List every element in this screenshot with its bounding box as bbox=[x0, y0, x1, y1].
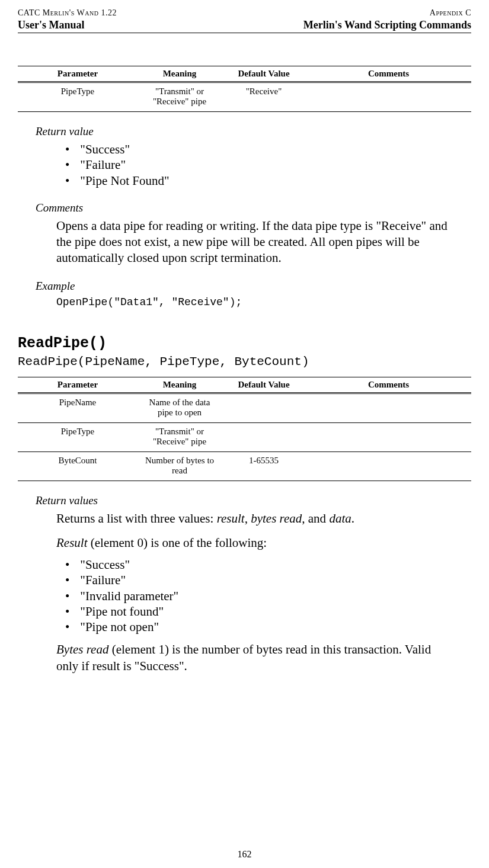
heading-return-values: Return values bbox=[36, 494, 471, 507]
cell-default: "Receive" bbox=[222, 82, 306, 112]
list-item-label: "Success" bbox=[80, 142, 130, 157]
list-item-label: "Pipe not found" bbox=[80, 604, 164, 619]
list-item-label: "Failure" bbox=[80, 572, 126, 588]
page-header: CATC Merlin's Wand 1.22 Appendix C User'… bbox=[18, 8, 471, 33]
heading-comments: Comments bbox=[36, 201, 471, 214]
parameter-table-openpipe: Parameter Meaning Default Value Comments… bbox=[18, 66, 471, 112]
text-segment: . bbox=[351, 511, 354, 526]
example-code: OpenPipe("Data1", "Receive"); bbox=[56, 296, 471, 308]
cell-meaning: Name of the data pipe to open bbox=[138, 393, 222, 422]
bullet-icon: • bbox=[65, 157, 69, 172]
table-header-row: Parameter Meaning Default Value Comments bbox=[18, 377, 471, 393]
text-segment-italic: Bytes read bbox=[56, 642, 108, 656]
bullet-icon: • bbox=[65, 604, 69, 619]
cell-default bbox=[222, 422, 306, 451]
text-segment-italic: result, bytes read, bbox=[217, 511, 305, 526]
text-segment-italic: Result bbox=[56, 536, 88, 550]
col-header-meaning: Meaning bbox=[138, 377, 222, 393]
function-signature-readpipe: ReadPipe(PipeName, PipeType, ByteCount) bbox=[18, 355, 471, 369]
page-content: Parameter Meaning Default Value Comments… bbox=[18, 33, 471, 674]
bullet-icon: • bbox=[65, 588, 69, 604]
header-right-top: Appendix C bbox=[430, 8, 471, 18]
text-segment: and bbox=[305, 511, 330, 526]
parameter-table-readpipe: Parameter Meaning Default Value Comments… bbox=[18, 377, 471, 481]
bullet-icon: • bbox=[65, 619, 69, 635]
list-item-label: "Pipe Not Found" bbox=[80, 173, 169, 188]
list-item: •"Invalid parameter" bbox=[65, 588, 471, 604]
text-segment: (element 0) is one of the following: bbox=[88, 536, 267, 550]
table-row: PipeType "Transmit" or "Receive" pipe "R… bbox=[18, 82, 471, 112]
cell-meaning: "Transmit" or "Receive" pipe bbox=[138, 422, 222, 451]
cell-parameter: ByteCount bbox=[18, 451, 138, 481]
cell-meaning: Number of bytes to read bbox=[138, 451, 222, 481]
cell-parameter: PipeType bbox=[18, 82, 138, 112]
cell-meaning: "Transmit" or "Receive" pipe bbox=[138, 82, 222, 112]
col-header-meaning: Meaning bbox=[138, 66, 222, 82]
list-item: •"Success" bbox=[65, 142, 471, 157]
comments-body: Opens a data pipe for reading or writing… bbox=[56, 218, 453, 267]
cell-parameter: PipeType bbox=[18, 422, 138, 451]
bullet-icon: • bbox=[65, 173, 69, 188]
list-item: •"Failure" bbox=[65, 157, 471, 172]
col-header-parameter: Parameter bbox=[18, 377, 138, 393]
col-header-comments: Comments bbox=[306, 377, 471, 393]
header-left-top: CATC Merlin's Wand 1.22 bbox=[18, 8, 117, 18]
bullet-icon: • bbox=[65, 142, 69, 157]
col-header-comments: Comments bbox=[306, 66, 471, 82]
cell-comments bbox=[306, 451, 471, 481]
page: CATC Merlin's Wand 1.22 Appendix C User'… bbox=[0, 0, 489, 868]
list-item: •"Failure" bbox=[65, 572, 471, 588]
col-header-parameter: Parameter bbox=[18, 66, 138, 82]
text-segment: (element 1) is the number of bytes read … bbox=[56, 642, 431, 672]
list-item: •"Pipe not open" bbox=[65, 619, 471, 635]
table-row: PipeType "Transmit" or "Receive" pipe bbox=[18, 422, 471, 451]
list-item: •"Success" bbox=[65, 557, 471, 572]
heading-example: Example bbox=[36, 280, 471, 293]
col-header-default: Default Value bbox=[222, 377, 306, 393]
list-item-label: "Pipe not open" bbox=[80, 619, 159, 635]
list-item: •"Pipe not found" bbox=[65, 604, 471, 619]
header-left-bottom: User's Manual bbox=[18, 19, 85, 31]
cell-parameter: PipeName bbox=[18, 393, 138, 422]
list-item-label: "Success" bbox=[80, 557, 130, 572]
text-segment: Returns a list with three values: bbox=[56, 511, 217, 526]
result-line: Result (element 0) is one of the followi… bbox=[56, 535, 453, 551]
list-item-label: "Invalid parameter" bbox=[80, 588, 178, 604]
header-right-bottom: Merlin's Wand Scripting Commands bbox=[303, 19, 471, 31]
return-values-intro: Returns a list with three values: result… bbox=[56, 511, 453, 527]
text-segment-italic: data bbox=[329, 511, 351, 526]
list-item-label: "Failure" bbox=[80, 157, 126, 172]
function-heading-readpipe: ReadPipe() bbox=[18, 335, 471, 352]
bytes-read-line: Bytes read (element 1) is the number of … bbox=[56, 642, 453, 674]
cell-default bbox=[222, 393, 306, 422]
col-header-default: Default Value bbox=[222, 66, 306, 82]
bullet-icon: • bbox=[65, 557, 69, 572]
bullet-icon: • bbox=[65, 572, 69, 588]
table-row: PipeName Name of the data pipe to open bbox=[18, 393, 471, 422]
heading-return-value: Return value bbox=[36, 125, 471, 138]
table-row: ByteCount Number of bytes to read 1-6553… bbox=[18, 451, 471, 481]
list-item: •"Pipe Not Found" bbox=[65, 173, 471, 188]
cell-default: 1-65535 bbox=[222, 451, 306, 481]
result-value-list: •"Success" •"Failure" •"Invalid paramete… bbox=[65, 557, 471, 635]
cell-comments bbox=[306, 393, 471, 422]
page-number: 162 bbox=[0, 849, 489, 860]
return-value-list: •"Success" •"Failure" •"Pipe Not Found" bbox=[65, 142, 471, 188]
cell-comments bbox=[306, 82, 471, 112]
table-header-row: Parameter Meaning Default Value Comments bbox=[18, 66, 471, 82]
cell-comments bbox=[306, 422, 471, 451]
